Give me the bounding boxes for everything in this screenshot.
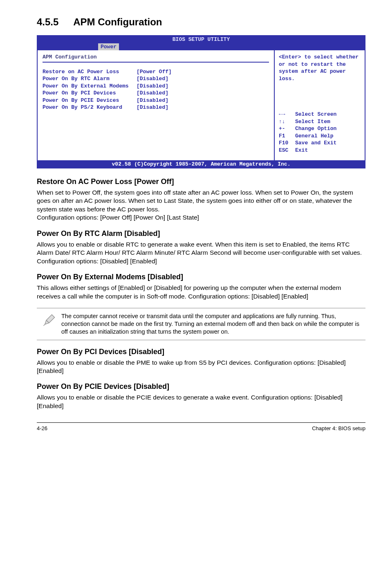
bios-item-label: Power On By RTC Alarm bbox=[43, 75, 137, 83]
subsection-heading: Power On By RTC Alarm [Disabled] bbox=[37, 229, 365, 238]
bios-item-label: Power On By PS/2 Keyboard bbox=[43, 104, 137, 111]
bios-item-value: [Power Off] bbox=[137, 68, 172, 76]
bios-item: Power On By RTC Alarm [Disabled] bbox=[43, 75, 269, 83]
page-footer: 4-26 Chapter 4: BIOS setup bbox=[37, 422, 365, 431]
bios-item: Power On By PCIE Devices [Disabled] bbox=[43, 97, 269, 104]
bios-item: Power On By PS/2 Keyboard [Disabled] bbox=[43, 104, 269, 111]
bios-item-label: Power On By PCIE Devices bbox=[43, 97, 137, 104]
chapter-label: Chapter 4: BIOS setup bbox=[312, 425, 365, 431]
subsection-heading: Restore On AC Power Loss [Power Off] bbox=[37, 177, 365, 186]
key-desc: Change Option bbox=[295, 125, 336, 132]
note-block: The computer cannot receive or transmit … bbox=[37, 308, 365, 340]
bios-item: Restore on AC Power Loss [Power Off] bbox=[43, 68, 269, 76]
bios-key-legend: ←→Select Screen ↑↓Select Item +-Change O… bbox=[279, 111, 361, 154]
bios-header: BIOS SETUP UTILITY bbox=[37, 35, 365, 43]
bios-item-label: Power On By External Modems bbox=[43, 83, 137, 90]
key-sym: ↑↓ bbox=[279, 118, 295, 126]
note-text: The computer cannot receive or transmit … bbox=[61, 312, 365, 336]
subsection-heading: Power On By PCIE Devices [Disabled] bbox=[37, 382, 365, 391]
subsection-body: Allows you to enable or disable the PCIE… bbox=[37, 393, 365, 410]
key-sym: ←→ bbox=[279, 111, 295, 118]
key-desc: Save and Exit bbox=[295, 139, 336, 147]
subsection-body: This allows either settings of [Enabled]… bbox=[37, 284, 365, 301]
key-sym: +- bbox=[279, 125, 295, 132]
key-desc: Select Screen bbox=[295, 111, 336, 118]
bios-item: Power On By PCI Devices [Disabled] bbox=[43, 90, 269, 97]
pencil-icon bbox=[37, 312, 61, 329]
page-number: 4-26 bbox=[37, 425, 47, 431]
key-desc: Exit bbox=[295, 147, 308, 154]
key-desc: General Help bbox=[295, 132, 334, 140]
bios-tab-power: Power bbox=[98, 43, 119, 51]
section-title: 4.5.5 APM Configuration bbox=[37, 16, 365, 28]
subsection-body: Allows you to enable or disable RTC to g… bbox=[37, 240, 365, 265]
bios-screenshot: BIOS SETUP UTILITY Power APM Configurati… bbox=[37, 35, 365, 168]
bios-item-value: [Disabled] bbox=[137, 83, 168, 90]
bios-right-panel: <Enter> to select whether or not to rest… bbox=[275, 50, 365, 160]
section-name: APM Configuration bbox=[73, 16, 162, 27]
bios-left-panel: APM Configuration Restore on AC Power Lo… bbox=[38, 50, 275, 160]
subsection-heading: Power On By External Modems [Disabled] bbox=[37, 273, 365, 281]
bios-footer: v02.58 (C)Copyright 1985-2007, American … bbox=[37, 160, 365, 168]
section-number: 4.5.5 bbox=[37, 16, 58, 27]
bios-item-value: [Disabled] bbox=[137, 90, 168, 97]
key-desc: Select Item bbox=[295, 118, 330, 126]
subsection-body: When set to Power Off, the system goes i… bbox=[37, 189, 365, 222]
bios-help-text: <Enter> to select whether or not to rest… bbox=[279, 54, 361, 107]
bios-tab-bar: Power bbox=[37, 43, 365, 51]
key-sym: ESC bbox=[279, 147, 295, 154]
key-sym: F10 bbox=[279, 139, 295, 147]
bios-item-value: [Disabled] bbox=[137, 104, 168, 111]
bios-panel-title: APM Configuration bbox=[43, 54, 269, 61]
subsection-heading: Power On By PCI Devices [Disabled] bbox=[37, 348, 365, 356]
bios-item: Power On By External Modems [Disabled] bbox=[43, 83, 269, 90]
bios-item-value: [Disabled] bbox=[137, 97, 168, 104]
bios-item-label: Power On By PCI Devices bbox=[43, 90, 137, 97]
bios-item-label: Restore on AC Power Loss bbox=[43, 68, 137, 76]
subsection-body: Allows you to enable or disable the PME … bbox=[37, 359, 365, 375]
key-sym: F1 bbox=[279, 132, 295, 140]
bios-item-value: [Disabled] bbox=[137, 75, 168, 83]
